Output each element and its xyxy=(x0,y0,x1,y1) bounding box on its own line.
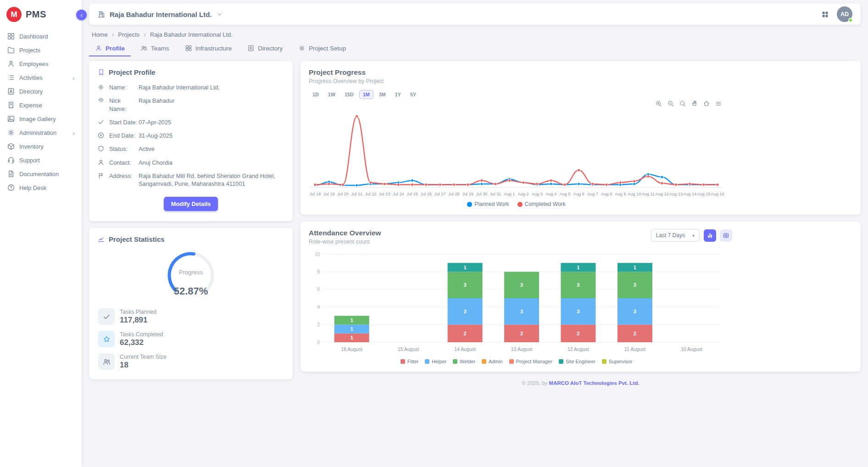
sidebar-item-directory[interactable]: Directory xyxy=(0,84,82,98)
sidebar-item-label: Documentation xyxy=(19,171,59,178)
breadcrumb-item-projects[interactable]: Projects xyxy=(118,31,139,38)
chevron-down-icon xyxy=(216,11,223,18)
svg-text:Jul 28: Jul 28 xyxy=(448,192,460,196)
sidebar-collapse-button[interactable]: ‹ xyxy=(76,10,87,20)
attendance-chart-wrap: 024681011116 August15 August233114 Augus… xyxy=(309,250,724,364)
attendance-bar-chart[interactable]: 024681011116 August15 August233114 Augus… xyxy=(309,250,724,355)
svg-text:Jul 31: Jul 31 xyxy=(490,192,501,196)
fingerprint-icon xyxy=(97,97,109,104)
profile-field-status: Status: Active xyxy=(97,145,284,153)
brand[interactable]: M PMS xyxy=(0,0,82,28)
bar-legend: Fitter Helper Welder Admin Project Manag… xyxy=(309,359,724,364)
legend-item-planned-work[interactable]: Planned Work xyxy=(467,201,509,207)
company-name: Raja Bahadur International Ltd. xyxy=(110,11,212,18)
tab-teams[interactable]: Teams xyxy=(134,40,175,56)
home-icon[interactable] xyxy=(703,100,710,107)
legend-item-project-manager[interactable]: Project Manager xyxy=(509,359,552,364)
svg-text:15 August: 15 August xyxy=(398,346,419,352)
pan-icon[interactable] xyxy=(691,100,698,107)
breadcrumb-item-raja-bahadur-international-ltd[interactable]: Raja Bahadur International Ltd. xyxy=(150,31,233,38)
modify-details-button[interactable]: Modify Details xyxy=(164,197,218,211)
zoom-out-icon[interactable] xyxy=(667,100,674,107)
user-avatar[interactable]: AD xyxy=(837,6,852,22)
legend-item-site-engineer[interactable]: Site Engineer xyxy=(559,359,595,364)
project-statistics-card: Project Statistics Progress 52.87% Tasks… xyxy=(89,228,293,379)
stat-current-team-size: Current Team Size18 xyxy=(98,353,284,370)
sidebar-item-expense[interactable]: Expense xyxy=(0,98,82,112)
tab-label: Directory xyxy=(258,45,283,52)
sidebar-item-activities[interactable]: Activities › xyxy=(0,71,82,84)
chevron-down-icon: ▾ xyxy=(692,233,695,238)
attendance-range-select[interactable]: Last 7 Days ▾ xyxy=(651,229,700,242)
svg-text:Aug 11: Aug 11 xyxy=(641,192,655,196)
sidebar-item-support[interactable]: Support xyxy=(0,153,82,167)
tab-infrastructure[interactable]: Infrastructure xyxy=(179,40,238,56)
svg-text:1: 1 xyxy=(351,317,353,323)
legend-item-completed-work[interactable]: Completed Work xyxy=(517,201,566,207)
legend-item-supervisor[interactable]: Supervisor xyxy=(602,359,633,364)
stat-label: Current Team Size xyxy=(120,354,167,360)
company-selector[interactable]: Raja Bahadur International Ltd. xyxy=(97,10,223,18)
svg-text:Aug 2: Aug 2 xyxy=(517,192,529,196)
sidebar-item-employees[interactable]: Employees xyxy=(0,57,82,71)
view-toggle-table[interactable] xyxy=(720,229,732,242)
sidebar-item-label: Support xyxy=(19,157,40,164)
profile-field-address: Address: Raja Bahadur Mill Rd, behind Sh… xyxy=(97,172,284,188)
sidebar-item-projects[interactable]: Projects xyxy=(0,43,82,57)
brand-logo-icon: M xyxy=(6,7,22,22)
menu-icon[interactable] xyxy=(715,100,722,107)
check-icon xyxy=(97,118,109,126)
footer-link[interactable]: MARCO AIoT Technologies Pvt. Ltd. xyxy=(549,380,640,386)
range-1w-button[interactable]: 1W xyxy=(324,90,339,99)
footer: © 2025, by MARCO AIoT Technologies Pvt. … xyxy=(300,378,861,390)
range-3m-button[interactable]: 3M xyxy=(375,90,389,99)
sidebar-item-inventory[interactable]: Inventory xyxy=(0,139,82,153)
tab-project-setup[interactable]: Project Setup xyxy=(292,40,352,56)
view-toggle-bar-chart[interactable] xyxy=(704,229,716,242)
profile-field-name: Name: Raja Bahadur International Ltd. xyxy=(97,83,284,91)
breadcrumb-item-home[interactable]: Home xyxy=(92,31,108,38)
svg-text:Jul 30: Jul 30 xyxy=(476,192,487,196)
field-value: Raja Bahadur xyxy=(139,97,284,105)
zoom-in-icon[interactable] xyxy=(655,100,662,107)
progress-line-chart[interactable]: Jul 18Jul 19Jul 20Jul 21Jul 22Jul 23Jul … xyxy=(309,107,724,199)
chart-line-icon xyxy=(97,235,105,243)
range-5y-button[interactable]: 5Y xyxy=(406,90,420,99)
tab-profile[interactable]: Profile xyxy=(89,40,131,56)
sidebar-item-help-desk[interactable]: Help Desk xyxy=(0,181,82,195)
sidebar-item-documentation[interactable]: Documentation xyxy=(0,167,82,181)
sidebar-item-image-gallery[interactable]: Image Gallery xyxy=(0,112,82,126)
legend-item-fitter[interactable]: Fitter xyxy=(401,359,419,364)
legend-item-admin[interactable]: Admin xyxy=(482,359,503,364)
gear-icon xyxy=(97,83,109,91)
legend-item-welder[interactable]: Welder xyxy=(453,359,475,364)
legend-swatch xyxy=(482,359,486,364)
tab-label: Infrastructure xyxy=(195,45,232,52)
apps-grid-icon[interactable] xyxy=(821,10,829,19)
stat-tasks-planned: Tasks Planned117,891 xyxy=(98,308,284,325)
selection-zoom-icon[interactable] xyxy=(679,100,686,107)
progress-gauge-chart[interactable]: Progress 52.87% xyxy=(150,247,232,303)
range-1m-button[interactable]: 1M xyxy=(359,90,373,99)
range-15d-button[interactable]: 15D xyxy=(341,90,357,99)
sidebar-item-administration[interactable]: Administration › xyxy=(0,126,82,139)
svg-text:Jul 27: Jul 27 xyxy=(434,192,446,196)
flag-icon xyxy=(97,172,109,179)
view-toggles xyxy=(704,229,732,242)
svg-text:Jul 18: Jul 18 xyxy=(310,192,321,196)
svg-text:Jul 29: Jul 29 xyxy=(462,192,473,196)
sidebar-item-dashboard[interactable]: Dashboard xyxy=(0,29,82,43)
tab-directory[interactable]: Directory xyxy=(241,40,289,56)
documentation-icon xyxy=(7,170,15,178)
svg-text:12 August: 12 August xyxy=(568,346,589,352)
progress-gauge: Progress 52.87% xyxy=(97,247,284,303)
profile-field-start-date: Start Date: 07-Apr-2025 xyxy=(97,118,284,126)
statistics-card-title: Project Statistics xyxy=(109,235,165,243)
legend-item-helper[interactable]: Helper xyxy=(425,359,446,364)
avatar-initials: AD xyxy=(840,11,849,17)
range-1d-button[interactable]: 1D xyxy=(309,90,323,99)
svg-text:Jul 24: Jul 24 xyxy=(393,192,404,196)
svg-text:Aug 14: Aug 14 xyxy=(683,192,696,196)
svg-text:Aug 10: Aug 10 xyxy=(628,192,641,196)
range-1y-button[interactable]: 1Y xyxy=(391,90,405,99)
